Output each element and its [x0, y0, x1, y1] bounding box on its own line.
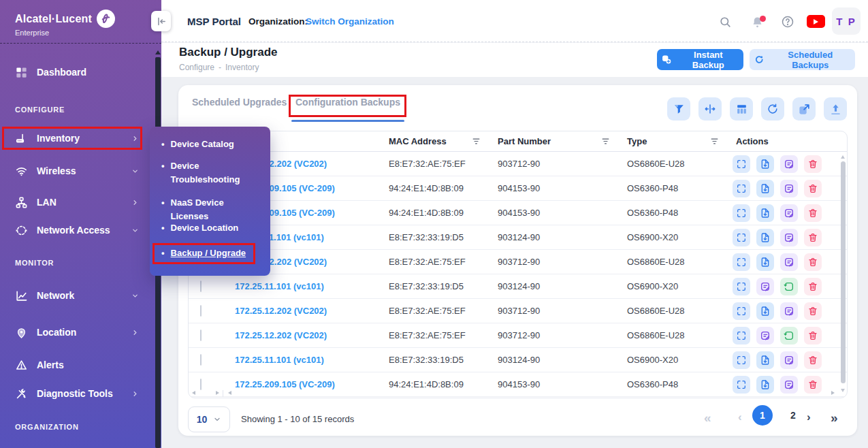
tab-scheduled-upgrades[interactable]: Scheduled Upgrades [192, 97, 287, 108]
pagination-page-1[interactable]: 1 [752, 405, 773, 426]
notifications-bell-icon[interactable] [750, 15, 764, 29]
pagination-next-button[interactable]: › [807, 411, 811, 424]
sidebar-item-network-access[interactable]: Network Access [0, 219, 157, 242]
expand-action-button[interactable] [733, 229, 750, 246]
expand-action-button[interactable] [733, 253, 750, 271]
expand-action-button[interactable] [733, 376, 750, 394]
download-action-button[interactable] [756, 155, 774, 173]
export-button[interactable] [792, 97, 816, 121]
breadcrumb-inventory[interactable]: Inventory [225, 63, 259, 72]
device-name-link[interactable]: 172.25.209.105 (VC-209) [223, 379, 382, 389]
switch-organization-link[interactable]: Switch Organization [306, 16, 394, 27]
scheduled-backups-button[interactable]: Scheduled Backups [750, 49, 855, 70]
columns-button[interactable] [730, 97, 753, 121]
pagination-page-2[interactable]: 2 [783, 405, 803, 426]
sidebar-item-diagnostic-tools[interactable]: Diagnostic Tools [0, 382, 157, 405]
youtube-icon[interactable] [807, 15, 825, 28]
note-action-button[interactable] [780, 376, 798, 394]
sidebar-item-location[interactable]: Location [0, 321, 157, 344]
delete-action-button[interactable] [804, 278, 822, 295]
row-checkbox[interactable] [200, 330, 202, 341]
user-avatar[interactable]: T P [832, 7, 861, 35]
table-scroll-up-arrow[interactable] [841, 155, 845, 159]
delete-action-button[interactable] [804, 229, 822, 246]
expand-action-button[interactable] [733, 302, 750, 320]
expand-action-button[interactable] [733, 204, 750, 222]
flyout-item-device-troubleshooting[interactable]: •Device Troubleshooting [161, 159, 262, 186]
expand-action-button[interactable] [733, 180, 750, 197]
refresh-button[interactable] [761, 97, 784, 121]
download-action-button[interactable] [756, 302, 774, 320]
breadcrumb-configure[interactable]: Configure [179, 63, 214, 72]
sidebar-collapse-button[interactable] [151, 11, 171, 31]
device-name-link[interactable]: 172.25.11.101 (vc101) [223, 281, 382, 291]
download-action-button[interactable] [756, 204, 774, 222]
help-icon[interactable] [781, 15, 794, 29]
note-action-button[interactable] [780, 253, 798, 271]
delete-action-button[interactable] [804, 351, 822, 369]
flyout-item-device-location[interactable]: •Device Location [161, 221, 262, 235]
column-filter-icon[interactable] [471, 136, 481, 146]
restore-action-button[interactable] [780, 278, 798, 295]
table-scroll-right-arrow[interactable] [216, 391, 219, 395]
page-size-select[interactable]: 10 [188, 406, 230, 432]
device-name-link[interactable]: 172.25.12.202 (VC202) [223, 306, 382, 316]
sidebar-item-network[interactable]: Network [0, 284, 157, 307]
search-icon[interactable] [718, 15, 732, 29]
table-scroll-left-arrow[interactable] [192, 391, 195, 395]
download-action-button[interactable] [756, 180, 774, 197]
filter-button[interactable] [667, 97, 690, 121]
sidebar-item-alerts[interactable]: Alerts [0, 353, 157, 377]
table-scroll-down-arrow[interactable] [841, 389, 845, 392]
row-checkbox[interactable] [200, 379, 202, 390]
note-action-button[interactable] [780, 204, 798, 222]
row-checkbox[interactable] [200, 305, 202, 317]
flyout-item-device-catalog[interactable]: •Device Catalog [161, 138, 262, 151]
column-filter-icon[interactable] [600, 136, 611, 146]
fit-columns-button[interactable] [698, 97, 722, 121]
note-action-button[interactable] [756, 327, 774, 345]
row-checkbox[interactable] [200, 354, 202, 366]
expand-action-button[interactable] [733, 155, 750, 173]
note-action-button[interactable] [756, 278, 774, 295]
flyout-item-naas-device-licenses[interactable]: •NaaS Device Licenses [161, 196, 262, 223]
table-scroll-right-arrow-2[interactable] [831, 391, 835, 395]
delete-action-button[interactable] [804, 180, 822, 197]
upload-button[interactable] [824, 97, 847, 121]
expand-action-button[interactable] [733, 351, 750, 369]
note-action-button[interactable] [780, 229, 798, 246]
download-action-button[interactable] [756, 229, 774, 246]
sidebar-scrollbar-up-arrow[interactable] [155, 50, 161, 54]
delete-action-button[interactable] [804, 155, 822, 173]
device-name-link[interactable]: 172.25.11.101 (vc101) [223, 355, 382, 365]
download-action-button[interactable] [756, 376, 774, 394]
tab-configuration-backups[interactable]: Configuration Backups [295, 97, 400, 108]
pagination-last-button[interactable]: » [831, 411, 838, 426]
note-action-button[interactable] [780, 180, 798, 197]
pagination-first-button[interactable]: « [704, 411, 711, 426]
delete-action-button[interactable] [804, 302, 822, 320]
pagination-prev-button[interactable]: ‹ [738, 411, 742, 424]
column-filter-icon[interactable] [709, 136, 720, 146]
sidebar-item-lan[interactable]: LAN [0, 191, 157, 214]
expand-action-button[interactable] [733, 278, 750, 295]
sidebar-item-wireless[interactable]: Wireless [0, 159, 157, 182]
table-scroll-left-arrow-2[interactable] [228, 391, 231, 395]
sidebar-item-inventory[interactable]: Inventory [0, 127, 157, 150]
instant-backup-button[interactable]: Instant Backup [657, 49, 743, 70]
note-action-button[interactable] [780, 155, 798, 173]
note-action-button[interactable] [780, 351, 798, 369]
delete-action-button[interactable] [804, 327, 822, 345]
download-action-button[interactable] [756, 253, 774, 271]
device-name-link[interactable]: 172.25.12.202 (VC202) [223, 330, 382, 340]
flyout-item-backup-upgrade[interactable]: •Backup / Upgrade [161, 246, 262, 260]
delete-action-button[interactable] [804, 204, 822, 222]
delete-action-button[interactable] [804, 376, 822, 394]
sidebar-item-dashboard[interactable]: Dashboard [0, 61, 157, 84]
note-action-button[interactable] [780, 302, 798, 320]
row-checkbox[interactable] [200, 281, 202, 292]
restore-action-button[interactable] [780, 327, 798, 345]
table-vertical-scrollbar[interactable] [841, 161, 846, 383]
expand-action-button[interactable] [733, 327, 750, 345]
delete-action-button[interactable] [804, 253, 822, 271]
